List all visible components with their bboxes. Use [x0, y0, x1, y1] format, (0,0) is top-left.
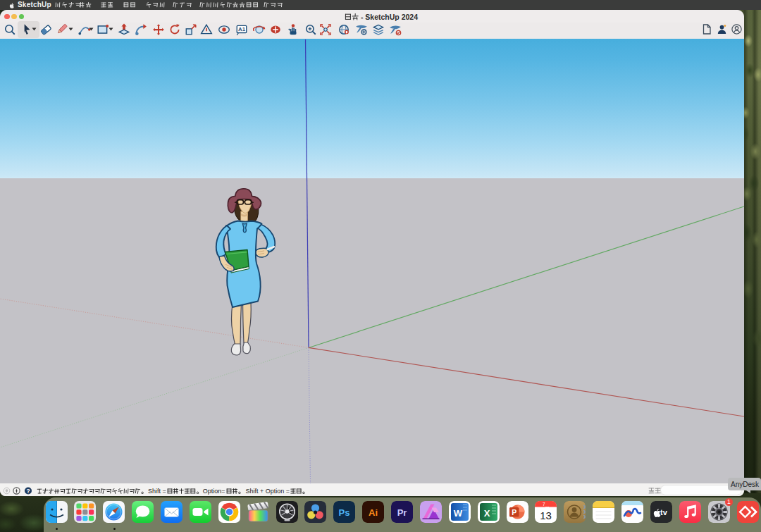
- svg-text:P: P: [512, 508, 516, 516]
- svg-text:tv: tv: [660, 508, 668, 516]
- svg-text:?: ?: [26, 488, 30, 495]
- svg-text:A1: A1: [238, 26, 246, 32]
- svg-text:Pr: Pr: [397, 507, 407, 518]
- svg-text:X: X: [483, 508, 490, 519]
- svg-text:W: W: [454, 508, 463, 519]
- svg-text:Ai: Ai: [369, 507, 378, 518]
- svg-text:Ps: Ps: [339, 507, 350, 518]
